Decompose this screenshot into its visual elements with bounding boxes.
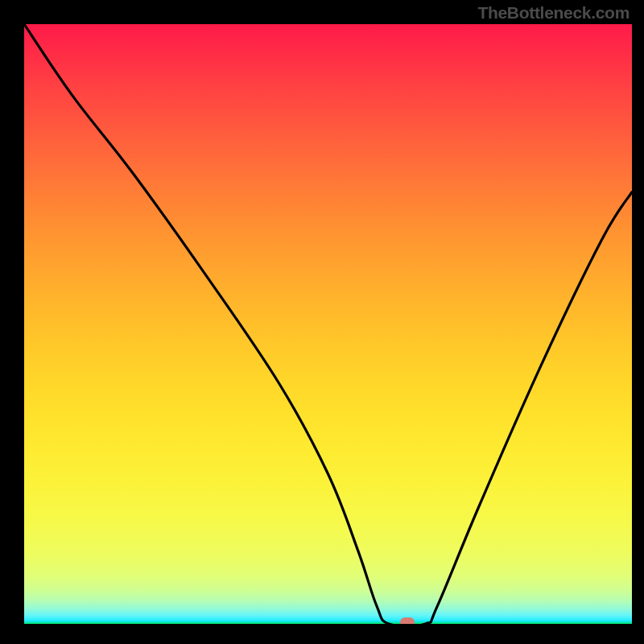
bottleneck-curve <box>24 24 632 624</box>
chart-container: TheBottleneck.com <box>0 0 644 644</box>
optimal-point-marker <box>400 617 415 624</box>
plot-area <box>24 24 632 624</box>
watermark-text: TheBottleneck.com <box>477 3 630 23</box>
